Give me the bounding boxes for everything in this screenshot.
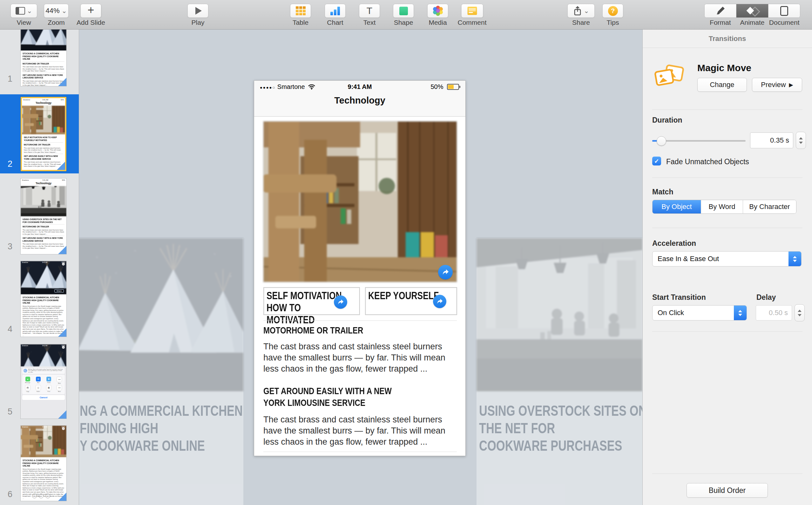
zoom-button[interactable]: 44% ⌄ [44,4,68,18]
ghost-headline-line: Y COOKWARE ONLINE [80,437,250,455]
start-transition-select[interactable]: On Click [652,305,747,321]
app-label: Message [25,382,30,383]
tips-label: Tips [607,19,619,26]
preview-button[interactable]: Preview ▶ [752,78,802,92]
ghost-slide-left: NG A COMMERCIAL KITCHEN FINDING HIGH Y C… [79,238,243,505]
airdrop-icon [23,369,27,372]
comment-button[interactable] [461,4,483,18]
animate-diamond-icon [747,6,758,16]
match-segmented-control: By Object By Word By Character [652,200,796,214]
media-button[interactable] [427,4,448,18]
animate-label: Animate [737,19,769,26]
thumb-battery: 50% [61,99,64,101]
start-transition-label: Start Transition [652,293,706,302]
article-title: MOTORHOME OR TRAILER [263,325,475,336]
thumb-carrier: Smartone [22,179,29,181]
zoom-button-group: 44% ⌄ Zoom [44,4,68,26]
text-button[interactable]: T [359,4,380,18]
thumb-time: 9:41 AM [42,179,48,181]
thumb-body: The cast brass and cast stainless steel … [23,229,64,235]
table-button-group: Table [290,4,311,26]
match-by-character[interactable]: By Character [743,200,796,213]
text-icon: T [367,5,372,16]
play-small-icon: ▶ [789,81,793,88]
bookstore-photo[interactable] [263,121,457,282]
ghost-headline-line: NG A COMMERCIAL KITCHEN FINDING HIGH [80,402,250,437]
share-arrow-button[interactable] [433,295,446,308]
thumb-share-button: Share [54,289,64,293]
acceleration-label: Acceleration [652,239,696,248]
chevron-down-icon: ⌄ [62,9,67,12]
thumb-time: 9:41 AM [42,426,48,428]
duration-slider-knob[interactable] [657,136,666,146]
share-arrow-button[interactable] [438,265,453,280]
slide-thumbnail-5[interactable]: Smartone 9:41 AM 100% ⌄ AirDrop. Share w… [21,344,66,418]
slide-thumbnail-4[interactable]: Smartone 9:41 AM 100% ⌄ Share STOCKING A… [21,261,66,337]
cancel-button: Cancel [22,395,65,400]
slide-thumbnail-2-selected[interactable]: Smartone 9:41 AM 50% Technology SELF MOT… [21,97,66,171]
format-tab[interactable] [705,4,737,17]
thumb-headline: USING OVERSTOCK SITES ON THE NET FOR COO… [23,218,64,223]
share-arrow-button[interactable] [334,295,347,309]
shape-icon [399,7,408,15]
add-slide-button[interactable]: + [80,4,101,18]
thumb-carrier: Smartone [22,345,28,346]
tips-button[interactable]: ? [602,4,623,18]
shape-label: Shape [394,19,413,26]
collapse-icon: ⌄ [62,346,65,349]
thumb-headline: MOTORHOME OR TRAILER [24,144,63,146]
table-button[interactable] [290,4,311,18]
duration-value-field[interactable]: 0.35 s [750,133,793,148]
slide-thumbnail-1[interactable]: STOCKING A COMMERCIAL KITCHEN FINDING HI… [21,29,66,86]
start-transition-value: On Click [658,309,684,317]
duration-label: Duration [652,116,682,125]
toolbar: ⌄ View 44% ⌄ Zoom + Add Slide Play [0,0,812,29]
twitter-icon: ❥ [46,377,51,381]
duration-slider-track[interactable] [652,140,746,142]
build-order-button[interactable]: Build Order [686,483,768,498]
acceleration-select[interactable]: Ease In & Ease Out [652,251,802,267]
article-body: The cast brass and cast stainless steel … [263,341,454,374]
status-right: 50% [431,83,459,91]
thumb-body: The cast brass and cast stainless steel … [24,147,63,153]
action-label: More [58,391,61,392]
slide-thumbnail-3[interactable]: Smartone 9:41 AM 50% Technology USING OV… [21,178,66,254]
shape-button[interactable] [393,4,414,18]
slide-canvas[interactable]: NG A COMMERCIAL KITCHEN FINDING HIGH Y C… [79,29,642,505]
change-button[interactable]: Change [697,78,747,92]
transition-corner-badge [58,78,66,86]
media-label: Media [429,19,447,26]
bookstore-photo [22,106,65,134]
animate-tab[interactable] [737,4,768,17]
slide-thumbnail-6[interactable]: Smartone 9:41 AM 100% ⌄ STOCKING A COMME… [21,426,66,501]
fade-unmatched-checkbox[interactable]: ✓ [652,157,661,165]
article-body: The cast brass and cast stainless steel … [263,414,454,448]
transition-corner-badge [58,328,66,337]
play-button[interactable] [187,4,208,18]
share-label: Share [572,19,590,26]
duration-stepper[interactable] [796,132,806,149]
delay-value-field[interactable]: 0.50 s [756,305,792,321]
restaurant-photo [21,186,66,216]
match-by-object[interactable]: By Object [653,200,701,213]
media-icon [433,6,443,16]
headline-textbox-right[interactable]: KEEP YOURSELF [365,287,457,315]
divider [652,110,802,110]
action-label: Print [48,391,50,392]
phone-nav-title: Technology [254,95,465,106]
slide-number-4: 4 [8,324,12,334]
headline-line: MOTIVATED [267,314,357,326]
chart-button[interactable] [325,4,346,18]
play-label: Play [192,19,205,26]
match-by-word[interactable]: By Word [701,200,743,213]
document-tab[interactable] [769,4,800,17]
headline-textbox-left[interactable]: SELF MOTIVATION HOW TO MOTIVATED [263,287,360,315]
slide-phone-mockup[interactable]: ●●●●○ Smartone 9:41 AM 50% Technology [254,80,466,456]
divider [652,474,802,474]
play-icon [195,7,202,15]
delay-stepper[interactable] [795,304,805,321]
chart-icon [330,6,340,15]
mail-icon: ✉ [36,377,41,381]
share-button[interactable]: ⌄ [567,4,595,18]
view-button[interactable]: ⌄ [10,4,37,18]
